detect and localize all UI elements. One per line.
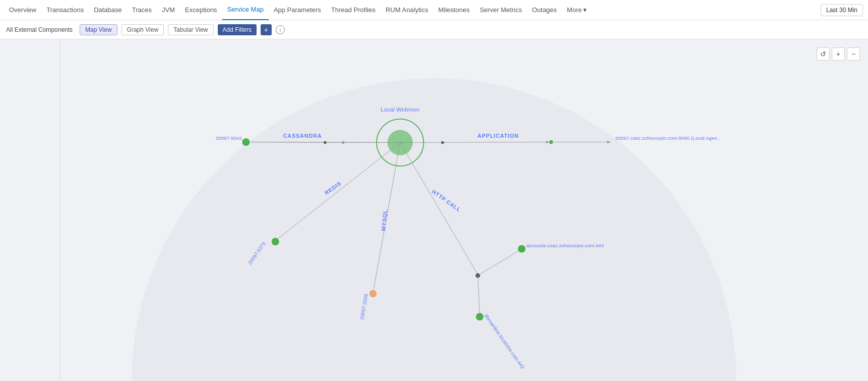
svg-text:20097:6379: 20097:6379 bbox=[247, 241, 267, 265]
nav-item-milestones[interactable]: Milestones bbox=[433, 0, 475, 20]
svg-point-8 bbox=[441, 141, 444, 144]
svg-text:MYSQL: MYSQL bbox=[380, 209, 388, 232]
svg-text:20097.csez.zohocorpin.com:9090: 20097.csez.zohocorpin.com:9090 (Local Ag… bbox=[615, 135, 720, 141]
zoom-controls: ↺ + − bbox=[817, 47, 860, 61]
svg-point-23 bbox=[369, 290, 377, 298]
chevron-down-icon: ▾ bbox=[583, 6, 587, 14]
service-map-area: ↺ + − Lo bbox=[0, 39, 868, 381]
map-view-button[interactable]: Map View bbox=[80, 24, 117, 35]
zoom-reset-button[interactable]: ↺ bbox=[817, 47, 830, 61]
svg-line-5 bbox=[400, 142, 478, 275]
info-icon[interactable]: i bbox=[276, 25, 285, 34]
nav-item-outages[interactable]: Outages bbox=[527, 0, 562, 20]
svg-text:20097:3306: 20097:3306 bbox=[359, 293, 369, 320]
svg-text:accounts.csez.zohocorpin.com:4: accounts.csez.zohocorpin.com:443 bbox=[526, 243, 604, 248]
zoom-in-button[interactable]: + bbox=[832, 47, 845, 61]
nav-item-service-map[interactable]: Service Map bbox=[222, 0, 269, 20]
svg-text:APPLICATION: APPLICATION bbox=[477, 133, 519, 139]
svg-point-7 bbox=[324, 141, 326, 144]
nav-item-thread-profiles[interactable]: Thread Profiles bbox=[326, 0, 381, 20]
svg-text:20097:9042: 20097:9042 bbox=[216, 135, 242, 141]
plus-button[interactable]: + bbox=[261, 24, 272, 35]
svg-line-30 bbox=[478, 276, 480, 315]
top-navigation: Overview Transactions Database Traces JV… bbox=[0, 0, 868, 20]
svg-text:HTTP CALL: HTTP CALL bbox=[431, 188, 462, 213]
nav-item-more[interactable]: More ▾ bbox=[562, 0, 592, 20]
zoom-out-button[interactable]: − bbox=[847, 47, 860, 61]
add-filters-button[interactable]: Add Filters bbox=[218, 24, 257, 35]
nav-item-traces[interactable]: Traces bbox=[127, 0, 157, 20]
graph-view-button[interactable]: Graph View bbox=[121, 24, 164, 35]
svg-point-28 bbox=[518, 245, 526, 253]
svg-line-27 bbox=[478, 250, 520, 276]
nav-item-server-metrics[interactable]: Server Metrics bbox=[475, 0, 527, 20]
svg-point-13 bbox=[242, 138, 250, 146]
nav-item-overview[interactable]: Overview bbox=[4, 0, 41, 20]
svg-point-10 bbox=[388, 130, 413, 155]
svg-text:dbmainline.local/zho.com:443: dbmainline.local/zho.com:443 bbox=[483, 313, 526, 370]
nav-item-exceptions[interactable]: Exceptions bbox=[180, 0, 222, 20]
svg-point-31 bbox=[475, 313, 483, 321]
svg-point-6 bbox=[342, 141, 344, 144]
nav-item-jvm[interactable]: JVM bbox=[157, 0, 180, 20]
svg-text:Local Webmon: Local Webmon bbox=[381, 106, 419, 113]
service-map-svg: Local Webmon CASSANDRA 20097:9042 APPLIC… bbox=[0, 39, 868, 381]
svg-point-17 bbox=[549, 140, 553, 144]
time-selector[interactable]: Last 30 Min bbox=[821, 4, 863, 16]
toolbar: All External Components Map View Graph V… bbox=[0, 20, 868, 39]
left-panel bbox=[0, 39, 60, 381]
tabular-view-button[interactable]: Tabular View bbox=[168, 24, 213, 35]
filter-label: All External Components bbox=[6, 26, 73, 33]
nav-item-rum-analytics[interactable]: RUM Analytics bbox=[381, 0, 433, 20]
svg-text:CASSANDRA: CASSANDRA bbox=[283, 133, 322, 139]
svg-point-20 bbox=[271, 238, 279, 246]
nav-item-app-parameters[interactable]: App Parameters bbox=[269, 0, 326, 20]
nav-item-database[interactable]: Database bbox=[89, 0, 127, 20]
svg-line-2 bbox=[400, 142, 549, 143]
svg-text:REDIS: REDIS bbox=[324, 180, 342, 196]
nav-item-transactions[interactable]: Transactions bbox=[41, 0, 89, 20]
